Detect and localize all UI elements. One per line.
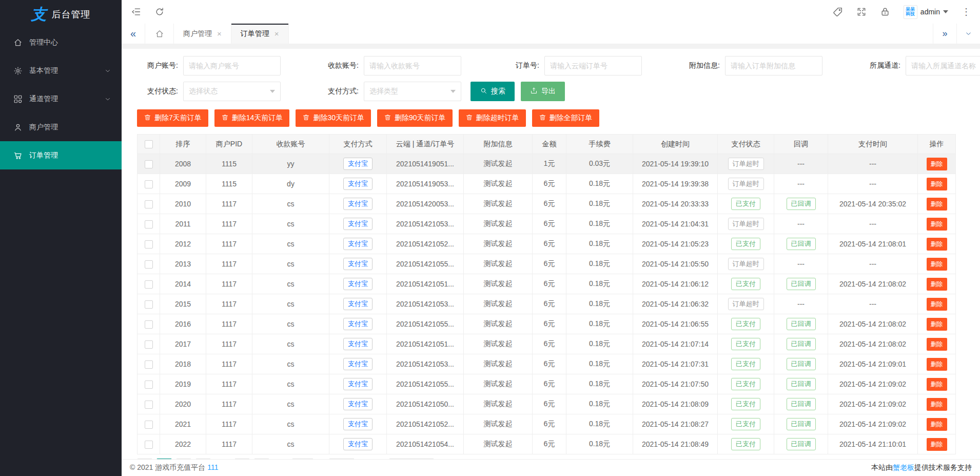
sidebar-item-cart[interactable]: 订单管理 xyxy=(0,141,122,169)
filter-input[interactable] xyxy=(183,56,281,75)
filter-select[interactable]: 选择类型 xyxy=(364,82,461,101)
bulk-delete-button[interactable]: 删除全部订单 xyxy=(532,109,599,127)
pay-method-badge[interactable]: 支付宝 xyxy=(343,158,373,170)
pay-method-badge[interactable]: 支付宝 xyxy=(343,198,373,210)
row-order-no: 2021051421050... xyxy=(387,394,464,414)
pay-method-badge[interactable]: 支付宝 xyxy=(343,278,373,290)
sidebar-item-component[interactable]: 通道管理 xyxy=(0,85,122,113)
row-checkbox[interactable] xyxy=(145,340,153,349)
row-checkbox[interactable] xyxy=(145,320,153,329)
delete-row-button[interactable]: 删除 xyxy=(927,398,947,411)
tab-home[interactable] xyxy=(145,24,174,44)
pay-method-badge[interactable]: 支付宝 xyxy=(343,238,373,250)
close-icon[interactable]: × xyxy=(275,30,279,37)
row-callback: --- xyxy=(774,174,828,194)
pay-method-badge[interactable]: 支付宝 xyxy=(343,438,373,450)
tab-item[interactable]: 商户管理× xyxy=(174,24,231,44)
close-icon[interactable]: × xyxy=(217,30,222,37)
refresh-icon[interactable] xyxy=(154,7,165,17)
collapse-menu-icon[interactable] xyxy=(131,7,141,17)
row-checkbox[interactable] xyxy=(145,421,153,429)
row-checkbox[interactable] xyxy=(145,160,153,168)
filter-select[interactable]: 选择状态 xyxy=(183,82,281,101)
pay-method-badge[interactable]: 支付宝 xyxy=(343,298,373,310)
pay-method-badge[interactable]: 支付宝 xyxy=(343,258,373,270)
page-footer: © 2021 游戏币充值平台 111 本站由蟹老板提供技术服务支持 xyxy=(122,459,980,476)
delete-row-button[interactable]: 删除 xyxy=(927,438,947,451)
row-checkbox[interactable] xyxy=(145,300,153,309)
column-header: 云端 | 通道/订单号 xyxy=(387,135,464,154)
delete-row-button[interactable]: 删除 xyxy=(927,178,947,191)
row-checkbox[interactable] xyxy=(145,220,153,229)
filter-input[interactable] xyxy=(725,56,822,75)
pay-method-badge[interactable]: 支付宝 xyxy=(343,398,373,410)
delete-row-button[interactable]: 删除 xyxy=(927,258,947,271)
delete-row-button[interactable]: 删除 xyxy=(927,158,947,170)
row-checkbox[interactable] xyxy=(145,401,153,409)
pay-status-badge: 订单超时 xyxy=(728,218,764,230)
bulk-delete-button[interactable]: 删除超时订单 xyxy=(459,109,526,127)
pay-method-badge[interactable]: 支付宝 xyxy=(343,338,373,350)
tabs-scroll-right-button[interactable]: » xyxy=(933,24,956,44)
delete-row-button[interactable]: 删除 xyxy=(927,378,947,391)
delete-row-button[interactable]: 删除 xyxy=(927,278,947,291)
sidebar-item-home[interactable]: 管理中心 xyxy=(0,28,122,56)
filter-input[interactable] xyxy=(364,56,461,75)
footer-credit-link[interactable]: 蟹老板 xyxy=(893,463,914,471)
bulk-delete-button[interactable]: 删除30天前订单 xyxy=(296,109,371,127)
delete-row-button[interactable]: 删除 xyxy=(927,238,947,251)
row-fee: 0.18元 xyxy=(566,354,633,374)
lock-icon[interactable] xyxy=(880,7,890,17)
row-sort: 2008 xyxy=(160,154,206,174)
delete-row-button[interactable]: 删除 xyxy=(927,318,947,331)
delete-row-button[interactable]: 删除 xyxy=(927,418,947,431)
delete-row-button[interactable]: 删除 xyxy=(927,358,947,371)
row-checkbox[interactable] xyxy=(145,200,153,208)
bulk-delete-button[interactable]: 删除7天前订单 xyxy=(137,109,208,127)
row-checkbox[interactable] xyxy=(145,360,153,369)
filter-input[interactable] xyxy=(544,56,642,75)
export-button[interactable]: 导出 xyxy=(521,82,565,101)
trash-icon xyxy=(221,113,229,123)
row-extra-info: 测试发起 xyxy=(464,194,533,214)
sidebar-item-gear[interactable]: 基本管理 xyxy=(0,56,122,85)
bulk-delete-buttons: 删除7天前订单删除14天前订单删除30天前订单删除90天前订单删除超时订单删除全… xyxy=(137,109,955,127)
filter-input[interactable] xyxy=(906,56,980,75)
delete-row-button[interactable]: 删除 xyxy=(927,338,947,351)
bulk-delete-button[interactable]: 删除14天前订单 xyxy=(214,109,290,127)
tab-options-button[interactable] xyxy=(956,24,980,44)
more-options-icon[interactable]: ⋮ xyxy=(962,6,971,17)
delete-row-button[interactable]: 删除 xyxy=(927,198,947,211)
chevron-down-icon xyxy=(450,90,456,93)
delete-row-button[interactable]: 删除 xyxy=(927,218,947,231)
fullscreen-icon[interactable] xyxy=(856,7,867,17)
delete-row-button[interactable]: 删除 xyxy=(927,298,947,311)
row-checkbox-cell xyxy=(138,294,160,314)
row-checkbox[interactable] xyxy=(145,280,153,289)
pay-method-badge[interactable]: 支付宝 xyxy=(343,358,373,370)
pay-status-badge: 已支付 xyxy=(731,418,760,430)
copyright-link[interactable]: 111 xyxy=(207,463,218,471)
tag-icon[interactable] xyxy=(833,7,843,17)
row-checkbox[interactable] xyxy=(145,240,153,249)
sidebar-item-user[interactable]: 商户管理 xyxy=(0,113,122,141)
tabs-scroll-left-button[interactable]: « xyxy=(122,24,145,44)
pay-method-badge[interactable]: 支付宝 xyxy=(343,418,373,430)
row-sort: 2015 xyxy=(160,294,206,314)
user-menu[interactable]: 呆呆 科技 admin xyxy=(904,5,948,19)
row-checkbox[interactable] xyxy=(145,380,153,389)
row-checkbox[interactable] xyxy=(145,260,153,269)
row-checkbox[interactable] xyxy=(145,180,153,188)
pay-method-badge[interactable]: 支付宝 xyxy=(343,178,373,190)
pay-method-badge[interactable]: 支付宝 xyxy=(343,218,373,230)
search-button[interactable]: 搜索 xyxy=(471,82,515,101)
pay-method-badge[interactable]: 支付宝 xyxy=(343,318,373,330)
row-sort: 2009 xyxy=(160,174,206,194)
tab-active[interactable]: 订单管理× xyxy=(231,24,289,44)
main-area: 呆呆 科技 admin ⋮ « 商户管理×订单管理× » 商户账号:收款账号:订… xyxy=(122,0,980,476)
bulk-delete-button[interactable]: 删除90天前订单 xyxy=(377,109,453,127)
export-icon xyxy=(530,87,538,96)
pay-method-badge[interactable]: 支付宝 xyxy=(343,378,373,390)
select-all-checkbox[interactable] xyxy=(145,140,153,148)
row-checkbox[interactable] xyxy=(145,441,153,449)
